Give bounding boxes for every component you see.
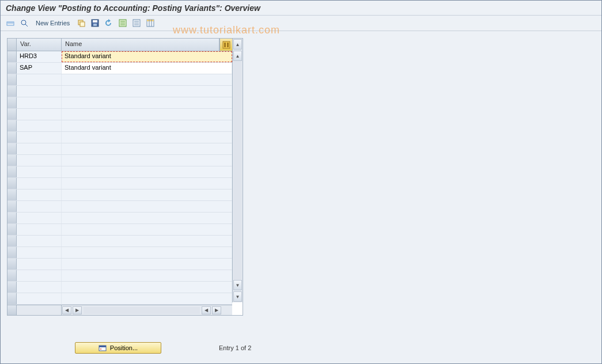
scroll-page-up-icon[interactable]: ▲ [233, 51, 242, 61]
table-row[interactable] [7, 132, 232, 143]
table-row[interactable] [7, 270, 232, 282]
cell-name[interactable] [62, 132, 232, 143]
cell-name[interactable]: Standard variant [62, 51, 232, 62]
cell-name[interactable] [62, 293, 232, 304]
table-row[interactable] [7, 86, 232, 97]
cell-var[interactable]: SAP [17, 63, 62, 74]
cell-name[interactable] [62, 74, 232, 85]
table-config-icon[interactable] [219, 39, 232, 51]
table-row[interactable] [7, 97, 232, 109]
cell-name[interactable] [62, 109, 232, 120]
cell-var[interactable] [17, 74, 62, 85]
row-selector[interactable] [7, 109, 17, 120]
copy-icon[interactable] [75, 17, 87, 29]
cell-var[interactable] [17, 224, 62, 235]
cell-var[interactable] [17, 178, 62, 189]
row-selector[interactable] [7, 293, 17, 304]
row-selector[interactable] [7, 63, 17, 74]
scroll-page-down-icon[interactable]: ▼ [233, 280, 242, 290]
cell-name[interactable] [62, 236, 232, 247]
row-selector-header[interactable] [7, 39, 17, 51]
cell-name[interactable] [62, 97, 232, 108]
table-row[interactable] [7, 282, 232, 293]
row-selector[interactable] [7, 143, 17, 154]
cell-var[interactable] [17, 282, 62, 293]
scroll-right-icon[interactable]: ▶ [73, 306, 82, 314]
scroll-left-end-icon[interactable]: ◀ [202, 306, 211, 314]
cell-name[interactable] [62, 143, 232, 154]
row-selector[interactable] [7, 270, 17, 281]
vertical-scrollbar[interactable]: ▲ ▲ ▼ ▼ [232, 39, 243, 302]
cell-name[interactable] [62, 178, 232, 189]
scroll-down-icon[interactable]: ▼ [233, 291, 242, 302]
cell-var[interactable] [17, 236, 62, 247]
cell-name[interactable] [62, 189, 232, 200]
scroll-right-end-icon[interactable]: ▶ [212, 306, 221, 314]
position-button[interactable]: Position... [75, 342, 161, 354]
row-selector[interactable] [7, 236, 17, 247]
table-row[interactable]: SAPStandard variant [7, 63, 232, 74]
cell-var[interactable] [17, 132, 62, 143]
column-header-var[interactable]: Var. [17, 39, 62, 51]
cell-name[interactable] [62, 86, 232, 97]
table-row[interactable] [7, 236, 232, 247]
cell-var[interactable] [17, 293, 62, 304]
table-row[interactable] [7, 109, 232, 120]
row-selector[interactable] [7, 74, 17, 85]
find-icon[interactable] [18, 17, 30, 29]
other-view-icon[interactable] [5, 17, 16, 29]
table-settings-icon[interactable] [145, 17, 156, 29]
cell-var[interactable] [17, 247, 62, 258]
table-row[interactable] [7, 259, 232, 270]
table-row[interactable] [7, 155, 232, 166]
cell-var[interactable] [17, 189, 62, 200]
row-selector[interactable] [7, 282, 17, 293]
cell-name[interactable] [62, 282, 232, 293]
cell-name[interactable] [62, 120, 232, 131]
table-row[interactable] [7, 247, 232, 259]
table-row[interactable] [7, 120, 232, 132]
table-row[interactable] [7, 74, 232, 86]
table-row[interactable] [7, 178, 232, 189]
undo-icon[interactable] [103, 17, 115, 29]
cell-name[interactable] [62, 270, 232, 281]
row-selector[interactable] [7, 97, 17, 108]
scroll-up-icon[interactable]: ▲ [233, 39, 242, 50]
cell-var[interactable] [17, 213, 62, 223]
cell-name[interactable] [62, 201, 232, 212]
cell-var[interactable]: HRD3 [17, 51, 62, 62]
cell-var[interactable] [17, 270, 62, 281]
scroll-left-icon[interactable]: ◀ [62, 306, 71, 314]
save-icon[interactable] [89, 17, 101, 29]
cell-var[interactable] [17, 259, 62, 270]
cell-var[interactable] [17, 166, 62, 177]
cell-name[interactable]: Standard variant [62, 63, 232, 74]
table-row[interactable] [7, 224, 232, 236]
cell-var[interactable] [17, 201, 62, 212]
cell-name[interactable] [62, 247, 232, 258]
row-selector[interactable] [7, 201, 17, 212]
table-row[interactable]: HRD3Standard variant [7, 51, 232, 63]
cell-name[interactable] [62, 166, 232, 177]
row-selector[interactable] [7, 247, 17, 258]
row-selector[interactable] [7, 132, 17, 143]
row-selector[interactable] [7, 51, 17, 62]
table-row[interactable] [7, 213, 232, 224]
cell-var[interactable] [17, 97, 62, 108]
table-row[interactable] [7, 166, 232, 178]
row-selector[interactable] [7, 86, 17, 97]
row-selector[interactable] [7, 259, 17, 270]
cell-var[interactable] [17, 120, 62, 131]
row-selector[interactable] [7, 155, 17, 166]
cell-var[interactable] [17, 155, 62, 166]
cell-name[interactable] [62, 213, 232, 223]
table-row[interactable] [7, 189, 232, 201]
row-selector[interactable] [7, 166, 17, 177]
column-header-name[interactable]: Name [62, 39, 219, 51]
table-row[interactable] [7, 293, 232, 305]
cell-var[interactable] [17, 109, 62, 120]
new-entries-button[interactable]: New Entries [32, 18, 73, 28]
row-selector[interactable] [7, 224, 17, 235]
row-selector[interactable] [7, 189, 17, 200]
horizontal-scrollbar[interactable]: ◀ ▶ ◀ ▶ [7, 305, 232, 315]
